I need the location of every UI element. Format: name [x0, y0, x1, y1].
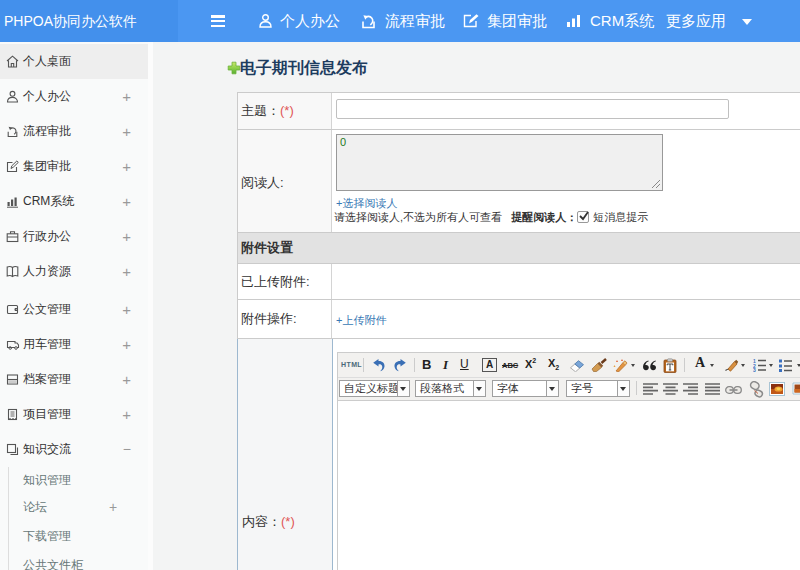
svg-text:3: 3: [753, 367, 756, 372]
